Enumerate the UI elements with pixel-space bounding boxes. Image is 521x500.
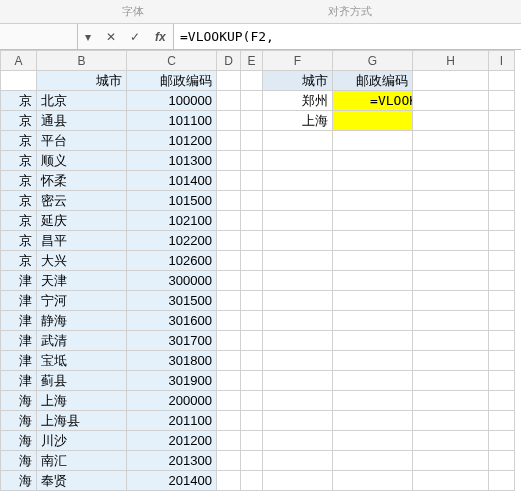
cell[interactable] [241,451,263,471]
col-F[interactable]: F [263,51,333,71]
cell[interactable]: 101400 [127,171,217,191]
cell[interactable] [413,271,489,291]
cell[interactable] [241,111,263,131]
cell[interactable] [263,171,333,191]
cell[interactable]: 101500 [127,191,217,211]
col-B[interactable]: B [37,51,127,71]
cell[interactable]: 顺义 [37,151,127,171]
cell[interactable] [333,411,413,431]
cell[interactable] [263,471,333,491]
formula-edit-cell[interactable]: =VLOOKUP(F2, [335,93,413,109]
cell[interactable]: 京 [1,171,37,191]
cell[interactable]: =VLOOKUP(F2, [333,91,413,111]
cell[interactable] [333,451,413,471]
cell[interactable] [333,391,413,411]
cell[interactable] [241,371,263,391]
cell[interactable]: 301700 [127,331,217,351]
cell[interactable]: 津 [1,291,37,311]
cell[interactable] [217,351,241,371]
cell[interactable]: 邮政编码 [127,71,217,91]
cell[interactable] [217,111,241,131]
cell[interactable] [241,151,263,171]
cell[interactable] [489,231,515,251]
cell[interactable] [333,291,413,311]
cell[interactable]: 川沙 [37,431,127,451]
cell[interactable] [217,91,241,111]
cell[interactable] [263,371,333,391]
cell[interactable]: 京 [1,191,37,211]
cell[interactable]: 上海 [263,111,333,131]
cell[interactable]: 城市 [263,71,333,91]
cell[interactable] [263,451,333,471]
cell[interactable] [413,291,489,311]
col-H[interactable]: H [413,51,489,71]
cell[interactable]: 海 [1,431,37,451]
cell[interactable] [241,271,263,291]
cell[interactable]: 201200 [127,431,217,451]
cell[interactable] [333,191,413,211]
cell[interactable] [217,471,241,491]
cell[interactable]: 怀柔 [37,171,127,191]
cell[interactable] [241,311,263,331]
cell[interactable] [263,391,333,411]
cell[interactable] [489,471,515,491]
cell[interactable] [263,291,333,311]
cell[interactable]: 201100 [127,411,217,431]
cell[interactable]: 200000 [127,391,217,411]
cell[interactable] [333,431,413,451]
cell[interactable]: 101100 [127,111,217,131]
col-D[interactable]: D [217,51,241,71]
cell[interactable] [263,211,333,231]
cell[interactable]: 京 [1,91,37,111]
cell[interactable] [217,191,241,211]
cell[interactable] [489,91,515,111]
dropdown-icon[interactable]: ▾ [85,30,91,44]
cell[interactable] [217,231,241,251]
cell[interactable] [241,351,263,371]
cell[interactable] [241,391,263,411]
cell[interactable]: 宝坻 [37,351,127,371]
cell[interactable]: 海 [1,411,37,431]
cell[interactable] [217,391,241,411]
cell[interactable] [241,71,263,91]
cell[interactable] [333,271,413,291]
cell[interactable] [413,311,489,331]
cell[interactable] [263,311,333,331]
cell[interactable]: 延庆 [37,211,127,231]
cell[interactable] [263,151,333,171]
cell[interactable] [217,291,241,311]
cancel-icon[interactable]: ✕ [106,30,116,44]
cell[interactable] [263,271,333,291]
cell[interactable] [217,251,241,271]
cell[interactable] [413,91,489,111]
cell[interactable]: 301800 [127,351,217,371]
cell[interactable] [241,211,263,231]
cell[interactable] [1,71,37,91]
cell[interactable]: 宁河 [37,291,127,311]
cell[interactable] [413,171,489,191]
cell[interactable]: 京 [1,151,37,171]
cell[interactable] [241,431,263,451]
cell[interactable] [413,471,489,491]
cell[interactable] [241,191,263,211]
cell[interactable]: 静海 [37,311,127,331]
formula-input[interactable]: =VLOOKUP(F2, [174,24,521,49]
cell[interactable] [413,111,489,131]
cell[interactable] [263,431,333,451]
cell[interactable] [413,391,489,411]
cell[interactable] [489,351,515,371]
cell[interactable]: 海 [1,391,37,411]
cell[interactable] [241,291,263,311]
cell[interactable]: 京 [1,211,37,231]
cell[interactable] [333,331,413,351]
cell[interactable]: 102200 [127,231,217,251]
cell[interactable] [413,231,489,251]
cell[interactable]: 201300 [127,451,217,471]
cell[interactable] [241,91,263,111]
cell[interactable] [217,331,241,351]
cell[interactable] [333,231,413,251]
col-I[interactable]: I [489,51,515,71]
cell[interactable] [413,451,489,471]
cell[interactable] [489,431,515,451]
cell[interactable]: 大兴 [37,251,127,271]
